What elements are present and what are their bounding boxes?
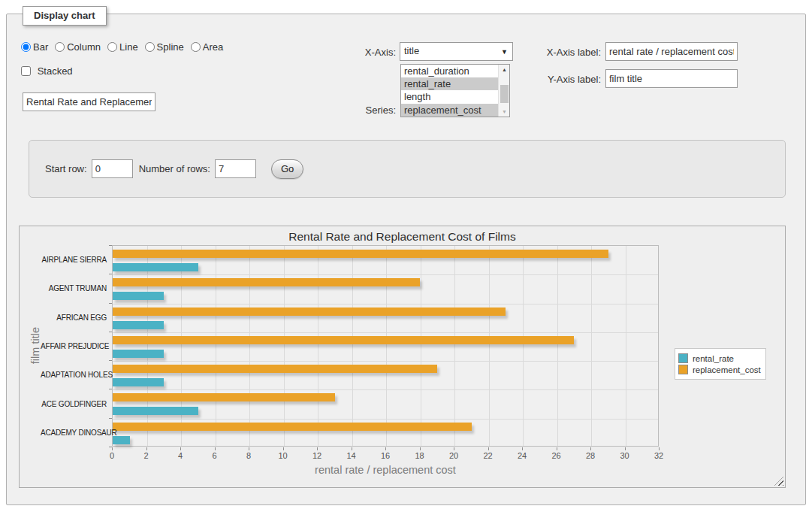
resize-handle-icon[interactable]: [774, 477, 783, 486]
bar-rental_rate: [113, 292, 164, 300]
y-category-label: ADAPTATION HOLES: [41, 371, 107, 379]
x-tick-label: 20: [442, 451, 465, 460]
chart-type-label: Bar: [33, 41, 48, 53]
scrollbar-thumb[interactable]: [500, 85, 509, 103]
num-rows-input[interactable]: [215, 159, 256, 178]
x-tick-label: 0: [101, 451, 123, 460]
x-tick-label: 18: [409, 451, 431, 460]
bar-rental_rate: [113, 378, 164, 386]
stacked-checkbox[interactable]: [21, 66, 31, 76]
chart-type-radio-area[interactable]: [191, 42, 201, 52]
chevron-down-icon: ▼: [501, 48, 508, 56]
bar-replacement_cost: [113, 336, 574, 344]
x-tick-mark: [454, 447, 454, 450]
x-tick-mark: [420, 447, 421, 450]
stacked-checkbox-label[interactable]: Stacked: [21, 65, 73, 77]
x-axis-selected-value: title: [404, 45, 419, 56]
series-option-length[interactable]: length: [401, 90, 498, 103]
gridline: [591, 246, 592, 446]
y-tick-mark: [109, 360, 112, 361]
chart-type-option-bar[interactable]: Bar: [21, 41, 48, 53]
chart-type-radio-spline[interactable]: [145, 42, 155, 52]
gridline: [352, 246, 353, 446]
legend-swatch-rental_rate: [678, 353, 688, 363]
gridline: [113, 274, 658, 275]
y-category-label: AIRPLANE SIERRA: [41, 256, 107, 264]
y-axis-label-input[interactable]: [605, 69, 738, 88]
legend-item-rental_rate: rental_rate: [678, 353, 761, 363]
gridline: [557, 246, 558, 446]
chart-type-radio-bar[interactable]: [21, 42, 31, 52]
bar-replacement_cost: [113, 250, 608, 258]
x-tick-mark: [659, 447, 660, 450]
y-tick-mark: [109, 332, 112, 332]
series-option-rental_duration[interactable]: rental_duration: [401, 65, 498, 77]
y-category-label: ACADEMY DINOSAUR: [41, 429, 107, 437]
chart-type-label: Line: [119, 41, 138, 53]
x-tick-label: 28: [579, 451, 602, 460]
x-axis-select[interactable]: title ▼: [400, 42, 513, 61]
bar-replacement_cost: [113, 365, 437, 373]
chart-title-input[interactable]: [23, 92, 155, 111]
stacked-row: Stacked: [21, 65, 73, 77]
go-button[interactable]: Go: [271, 159, 303, 179]
y-tick-mark: [109, 418, 112, 419]
chart-type-radio-line[interactable]: [107, 42, 117, 52]
x-tick-label: 24: [511, 451, 533, 460]
series-option-replacement_cost[interactable]: replacement_cost: [401, 104, 498, 117]
gridline: [523, 246, 524, 446]
stacked-label-text: Stacked: [38, 65, 73, 77]
legend-item-replacement_cost: replacement_cost: [678, 365, 761, 374]
chart-type-option-column[interactable]: Column: [55, 41, 101, 53]
scroll-up-icon[interactable]: ▲: [499, 65, 510, 74]
x-axis-title: rental rate / replacement cost: [112, 464, 659, 476]
gridline: [113, 361, 658, 362]
start-row-input[interactable]: [92, 159, 133, 178]
y-category-label: AFFAIR PREJUDICE: [41, 342, 107, 350]
x-tick-mark: [625, 447, 626, 450]
y-tick-mark: [109, 389, 112, 389]
series-scrollbar[interactable]: ▲ ▼: [498, 65, 509, 117]
chart-type-label: Area: [203, 41, 223, 53]
x-tick-label: 16: [374, 451, 397, 460]
x-axis-label-input[interactable]: [605, 42, 738, 61]
row-controls-panel: Start row: Number of rows: Go: [29, 140, 786, 198]
scroll-down-icon[interactable]: ▼: [499, 107, 510, 117]
gridline: [489, 246, 490, 446]
x-axis-caption: X-Axis:: [331, 47, 396, 58]
x-tick-label: 12: [306, 451, 328, 460]
chart-title: Rental Rate and Replacement Cost of Film…: [20, 230, 785, 244]
y-category-label: AGENT TRUMAN: [41, 284, 107, 292]
bar-rental_rate: [113, 263, 198, 271]
x-tick-label: 4: [169, 451, 192, 460]
legend-label: rental_rate: [693, 354, 734, 363]
bar-rental_rate: [113, 436, 130, 444]
chart-type-option-spline[interactable]: Spline: [145, 41, 184, 53]
x-tick-label: 26: [545, 451, 568, 460]
x-tick-mark: [317, 447, 318, 450]
gridline: [147, 246, 148, 446]
gridline: [113, 389, 658, 390]
chart-type-radio-column[interactable]: [55, 42, 65, 52]
x-tick-mark: [283, 447, 284, 450]
chart-type-option-line[interactable]: Line: [107, 41, 138, 53]
gridline: [113, 304, 658, 304]
bar-replacement_cost: [113, 308, 506, 316]
x-tick-mark: [385, 447, 386, 450]
x-tick-label: 32: [647, 451, 670, 460]
y-tick-mark: [109, 303, 112, 304]
gridline: [249, 246, 250, 446]
panel-title: Display chart: [23, 6, 107, 26]
chart-type-label: Column: [67, 41, 101, 53]
y-axis-label-caption: Y-Axis label:: [524, 74, 601, 85]
x-tick-mark: [557, 447, 557, 450]
y-tick-mark: [109, 274, 112, 274]
x-tick-mark: [590, 447, 591, 450]
series-option-rental_rate[interactable]: rental_rate: [401, 77, 498, 90]
gridline: [284, 246, 285, 446]
bar-rental_rate: [113, 407, 198, 415]
gridline: [454, 246, 455, 446]
x-tick-label: 6: [204, 451, 226, 460]
series-listbox[interactable]: rental_durationrental_ratelengthreplacem…: [400, 64, 510, 117]
chart-type-option-area[interactable]: Area: [191, 41, 223, 53]
